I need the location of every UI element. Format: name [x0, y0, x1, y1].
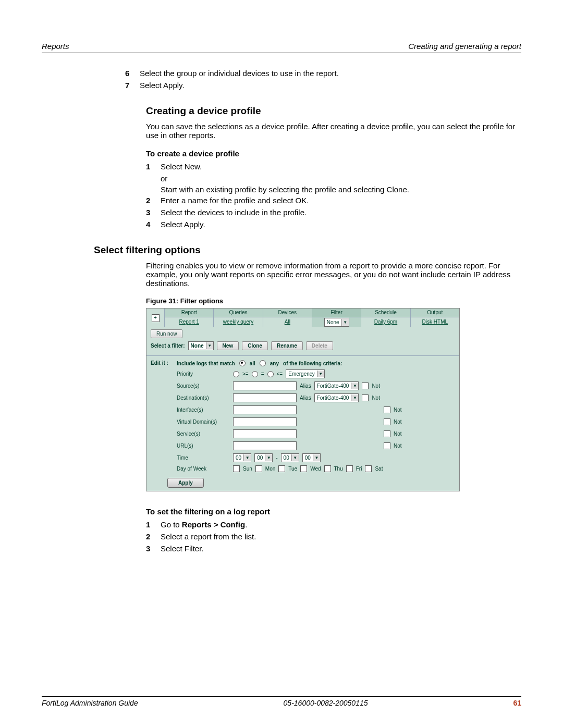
- radio-le[interactable]: [267, 371, 274, 377]
- clone-button[interactable]: Clone: [242, 341, 268, 350]
- page-number: 61: [513, 699, 521, 707]
- chevron-down-icon: ▼: [313, 454, 320, 461]
- tab-output[interactable]: Output Disk HTML: [410, 309, 459, 327]
- tab-header: Queries: [214, 309, 262, 317]
- time-label: Time: [177, 455, 229, 461]
- chevron-down-icon: ▼: [351, 394, 358, 401]
- header-right: Creating and generating a report: [408, 42, 521, 51]
- tab-row: + Report Report 1 Queries weekly query D…: [146, 309, 459, 327]
- match-prefix: Include logs that match: [177, 361, 235, 366]
- tab-queries[interactable]: Queries weekly query: [213, 309, 262, 327]
- tab-header: Schedule: [361, 309, 410, 317]
- tab-header: Output: [411, 309, 459, 317]
- time-from-min[interactable]: 00▼: [254, 453, 273, 462]
- radio-all[interactable]: [239, 360, 246, 366]
- rename-button[interactable]: Rename: [271, 341, 303, 350]
- procedure-heading: To set the filtering on a log report: [146, 507, 521, 516]
- filter-tab-select[interactable]: None ▼: [324, 318, 349, 327]
- dow-fri-checkbox[interactable]: [346, 465, 353, 472]
- tab-header: Report: [165, 309, 213, 317]
- services-not-checkbox[interactable]: [384, 430, 390, 437]
- tab-schedule[interactable]: Schedule Daily 6pm: [361, 309, 410, 327]
- apply-button[interactable]: Apply: [167, 478, 204, 488]
- chevron-down-icon: ▼: [265, 454, 272, 461]
- step-number: 7: [125, 81, 140, 90]
- chevron-down-icon: ▼: [291, 454, 299, 461]
- page-header: Reports Creating and generating a report: [42, 42, 521, 53]
- destinations-not-checkbox[interactable]: [362, 394, 369, 401]
- destinations-alias-select[interactable]: FortiGate-400▼: [314, 393, 359, 402]
- tab-filter[interactable]: Filter None ▼: [312, 309, 361, 327]
- dow-sun-checkbox[interactable]: [233, 465, 240, 472]
- tab-value-link[interactable]: All: [263, 317, 312, 327]
- run-now-button[interactable]: Run now: [151, 329, 182, 338]
- tab-value-link[interactable]: Disk HTML: [411, 317, 459, 327]
- services-label: Service(s): [177, 431, 229, 437]
- expand-icon[interactable]: +: [152, 314, 160, 322]
- edit-it-label: Edit it :: [151, 360, 172, 472]
- step-text: Select Filter.: [161, 544, 204, 553]
- tab-report[interactable]: Report Report 1: [164, 309, 213, 327]
- tab-value-link[interactable]: Daily 6pm: [361, 317, 410, 327]
- step-number: 3: [146, 208, 161, 217]
- match-suffix: of the following criteria:: [283, 361, 342, 366]
- figure-caption: Figure 31: Filter options: [146, 297, 521, 305]
- step-number: 2: [146, 532, 161, 541]
- sources-not-checkbox[interactable]: [362, 382, 369, 389]
- radio-ge[interactable]: [233, 371, 239, 377]
- dow-mon-checkbox[interactable]: [255, 465, 262, 472]
- section-paragraph: Filtering enables you to view or remove …: [146, 261, 521, 288]
- vdoms-input[interactable]: [233, 417, 297, 426]
- header-left: Reports: [42, 42, 69, 51]
- sources-input[interactable]: [233, 381, 297, 390]
- footer-left: FortiLog Administration Guide: [42, 699, 138, 707]
- services-input[interactable]: [233, 429, 297, 438]
- time-to-min[interactable]: 00▼: [302, 453, 321, 462]
- vdoms-not-checkbox[interactable]: [384, 418, 390, 425]
- filter-select[interactable]: None ▼: [188, 341, 214, 350]
- radio-eq[interactable]: [252, 371, 258, 377]
- sources-alias-select[interactable]: FortiGate-400▼: [314, 381, 359, 390]
- dow-sat-checkbox[interactable]: [365, 465, 372, 472]
- not-label: Not: [394, 431, 402, 437]
- not-label: Not: [394, 419, 402, 425]
- tab-devices[interactable]: Devices All: [263, 309, 312, 327]
- dow-label: Day of Week: [177, 466, 229, 472]
- priority-select[interactable]: Emergency▼: [286, 369, 325, 378]
- delete-button[interactable]: Delete: [306, 341, 333, 350]
- interfaces-input[interactable]: [233, 405, 297, 414]
- urls-input[interactable]: [233, 441, 297, 450]
- section-title: Creating a device profile: [146, 105, 521, 117]
- step-text: or: [161, 174, 521, 183]
- interfaces-not-checkbox[interactable]: [384, 406, 390, 413]
- alias-label: Alias: [300, 383, 311, 389]
- new-button[interactable]: New: [217, 341, 239, 350]
- chevron-down-icon: ▼: [351, 382, 358, 389]
- filter-options-screenshot: + Report Report 1 Queries weekly query D…: [146, 308, 460, 491]
- procedure-steps: 1 Select New. or Start with an existing …: [146, 162, 521, 229]
- tab-value-link[interactable]: weekly query: [214, 317, 262, 327]
- step-text: Select the group or individual devices t…: [140, 69, 521, 78]
- step-text: Select Apply.: [161, 220, 205, 229]
- section-paragraph: You can save the selections as a device …: [146, 122, 521, 140]
- chevron-down-icon: ▼: [317, 371, 324, 377]
- time-from-hour[interactable]: 00▼: [233, 453, 251, 462]
- dow-thu-checkbox[interactable]: [324, 465, 331, 472]
- not-label: Not: [372, 383, 380, 389]
- dow-tue-checkbox[interactable]: [278, 465, 285, 472]
- select-filter-label: Select a filter:: [151, 343, 185, 349]
- time-to-hour[interactable]: 00▼: [281, 453, 299, 462]
- time-sep: -: [276, 455, 277, 461]
- tab-header: Filter: [312, 309, 361, 317]
- step-number: 4: [146, 220, 161, 229]
- radio-all-label: all: [250, 361, 255, 366]
- step-text: Start with an existing profile by select…: [161, 185, 521, 194]
- vdoms-label: Virtual Domain(s): [177, 419, 229, 425]
- destinations-input[interactable]: [233, 393, 297, 402]
- urls-not-checkbox[interactable]: [384, 442, 390, 449]
- not-label: Not: [394, 443, 402, 449]
- chevron-down-icon: ▼: [243, 454, 251, 461]
- radio-any[interactable]: [260, 360, 266, 366]
- tab-value-link[interactable]: Report 1: [165, 317, 213, 327]
- dow-wed-checkbox[interactable]: [300, 465, 307, 472]
